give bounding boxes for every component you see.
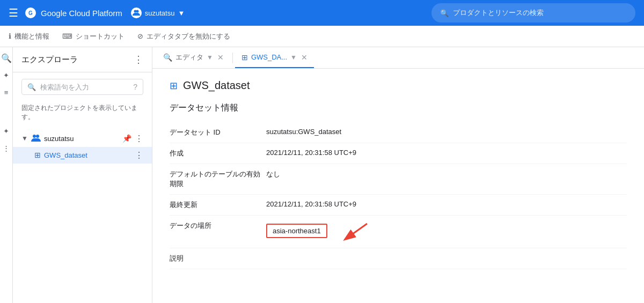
field-value-2: なし	[266, 164, 627, 195]
menu-icon[interactable]: ☰	[9, 6, 18, 19]
red-arrow-annotation	[338, 221, 370, 242]
editor-tab-icon: 🔍	[163, 53, 172, 62]
field-value-4: asia-northeast1	[266, 216, 627, 248]
nav-icon-3[interactable]: ✦	[0, 124, 13, 137]
table-row: 作成 2021/12/11, 20:31:58 UTC+9	[170, 143, 627, 164]
field-label-0: データセット ID	[170, 122, 266, 143]
svg-line-7	[348, 224, 367, 237]
features-info-item[interactable]: ℹ 機能と情報	[9, 26, 49, 47]
project-tree-item[interactable]: ▼ suzutatsu 📌 ⋮	[13, 130, 152, 147]
content-area: 🔍 エディタ ▼ ✕ ⊞ GWS_DA... ▼ ✕ ⊞ GWS_dataset…	[152, 47, 644, 303]
project-selector[interactable]: suzutatsu ▼	[131, 8, 185, 18]
svg-point-4	[33, 135, 36, 138]
svg-point-3	[136, 10, 138, 13]
project-people-icon	[31, 134, 41, 143]
project-more-icon[interactable]: ⋮	[135, 134, 143, 144]
explorer-sidebar: エクスプローラ ⋮ 🔍 ? 固定されたプロジェクトを表示しています。 ▼ suz…	[13, 47, 152, 303]
table-row: 説明	[170, 248, 627, 269]
table-row: 最終更新 2021/12/11, 20:31:58 UTC+9	[170, 195, 627, 216]
shortcuts-label: ショートカット	[76, 32, 125, 41]
nav-icon-1[interactable]: ✦	[0, 69, 13, 82]
editor-tab-close[interactable]: ✕	[217, 53, 224, 62]
field-label-1: 作成	[170, 143, 266, 164]
help-icon[interactable]: ?	[133, 83, 137, 91]
field-label-4: データの場所	[170, 216, 266, 248]
editor-tab-label: エディタ	[175, 53, 203, 62]
disable-tabs-item[interactable]: ⊘ エディタタブを無効にする	[137, 26, 230, 47]
sidebar-header: エクスプローラ ⋮	[13, 47, 152, 72]
nav-icon-4[interactable]: ⋮	[0, 142, 13, 154]
sidebar-more-icon[interactable]: ⋮	[134, 54, 143, 65]
gws-tab-close[interactable]: ✕	[301, 53, 308, 62]
tree-expand-icon: ▼	[21, 135, 28, 142]
dataset-tree-item[interactable]: ⊞ GWS_dataset ⋮	[13, 147, 152, 164]
location-box: asia-northeast1	[266, 224, 327, 238]
second-navigation: ℹ 機能と情報 ⌨ ショートカット ⊘ エディタタブを無効にする	[0, 26, 644, 47]
field-value-1: 2021/12/11, 20:31:58 UTC+9	[266, 143, 627, 164]
dataset-header: ⊞ GWS_dataset	[170, 79, 627, 92]
keyboard-icon: ⌨	[62, 32, 72, 40]
field-label-2: デフォルトのテーブルの有効期限	[170, 164, 266, 195]
search-bar[interactable]: 🔍 プロダクトとリソースの検索	[431, 3, 635, 23]
logo: G Google Cloud Platform	[25, 7, 122, 19]
google-cloud-icon: G	[25, 7, 36, 19]
main-layout: 🔍 ✦ ≡ ✦ ⋮ エクスプローラ ⋮ 🔍 ? 固定されたプロジェクトを表示して…	[0, 47, 644, 303]
sidebar-search-input[interactable]	[40, 83, 129, 91]
editor-tab-dropdown[interactable]: ▼	[207, 54, 213, 61]
sidebar-tree: ▼ suzutatsu 📌 ⋮ ⊞ GWS_dataset ⋮	[13, 128, 152, 303]
info-table: データセット ID suzutatsu:GWS_dataset 作成 2021/…	[170, 122, 627, 269]
field-label-5: 説明	[170, 248, 266, 269]
dataset-header-title: GWS_dataset	[183, 79, 250, 92]
svg-text:G: G	[28, 10, 33, 16]
field-value-5	[266, 248, 627, 269]
search-icon: 🔍	[440, 9, 449, 17]
dataset-name-tree: GWS_dataset	[44, 151, 131, 159]
top-navigation: ☰ G Google Cloud Platform suzutatsu ▼ 🔍 …	[0, 0, 644, 26]
table-row-location: データの場所 asia-northeast1	[170, 216, 627, 248]
table-row: デフォルトのテーブルの有効期限 なし	[170, 164, 627, 195]
dataset-more-icon[interactable]: ⋮	[135, 150, 143, 160]
tabs-bar: 🔍 エディタ ▼ ✕ ⊞ GWS_DA... ▼ ✕	[152, 47, 644, 69]
disable-icon: ⊘	[137, 32, 143, 40]
logo-text: Google Cloud Platform	[41, 9, 122, 18]
left-icon-bar: 🔍 ✦ ≡ ✦ ⋮	[0, 47, 13, 303]
sidebar-search-box[interactable]: 🔍 ?	[21, 79, 143, 95]
field-value-3: 2021/12/11, 20:31:58 UTC+9	[266, 195, 627, 216]
gws-tab-dropdown[interactable]: ▼	[290, 54, 297, 61]
dataset-header-icon: ⊞	[170, 80, 178, 92]
sidebar-info-text: 固定されたプロジェクトを表示しています。	[13, 101, 152, 128]
project-name-tree: suzutatsu	[44, 135, 119, 143]
field-label-3: 最終更新	[170, 195, 266, 216]
tab-separator	[232, 53, 233, 63]
table-row: データセット ID suzutatsu:GWS_dataset	[170, 122, 627, 143]
info-icon: ℹ	[9, 32, 11, 40]
disable-tabs-label: エディタタブを無効にする	[147, 32, 230, 41]
dataset-grid-icon: ⊞	[34, 151, 41, 159]
sidebar-title: エクスプローラ	[21, 55, 78, 65]
sidebar-search-icon: 🔍	[27, 83, 36, 91]
section-title: データセット情報	[170, 102, 627, 114]
shortcuts-item[interactable]: ⌨ ショートカット	[62, 26, 125, 47]
gws-tab[interactable]: ⊞ GWS_DA... ▼ ✕	[235, 47, 314, 68]
dataset-content: ⊞ GWS_dataset データセット情報 データセット ID suzutat…	[152, 69, 644, 303]
search-left-icon[interactable]: 🔍	[0, 51, 13, 64]
search-placeholder: プロダクトとリソースの検索	[453, 8, 544, 18]
field-value-0: suzutatsu:GWS_dataset	[266, 122, 627, 143]
gws-tab-label: GWS_DA...	[251, 53, 287, 61]
nav-icon-2[interactable]: ≡	[0, 86, 13, 99]
gws-tab-icon: ⊞	[241, 53, 248, 62]
people-icon	[133, 9, 140, 17]
pin-icon: 📌	[122, 134, 131, 143]
features-label: 機能と情報	[14, 32, 49, 41]
project-icon	[131, 8, 142, 18]
editor-tab[interactable]: 🔍 エディタ ▼ ✕	[157, 47, 230, 68]
project-name: suzutatsu	[145, 9, 175, 17]
svg-point-5	[36, 135, 39, 138]
project-dropdown-icon: ▼	[178, 9, 185, 17]
